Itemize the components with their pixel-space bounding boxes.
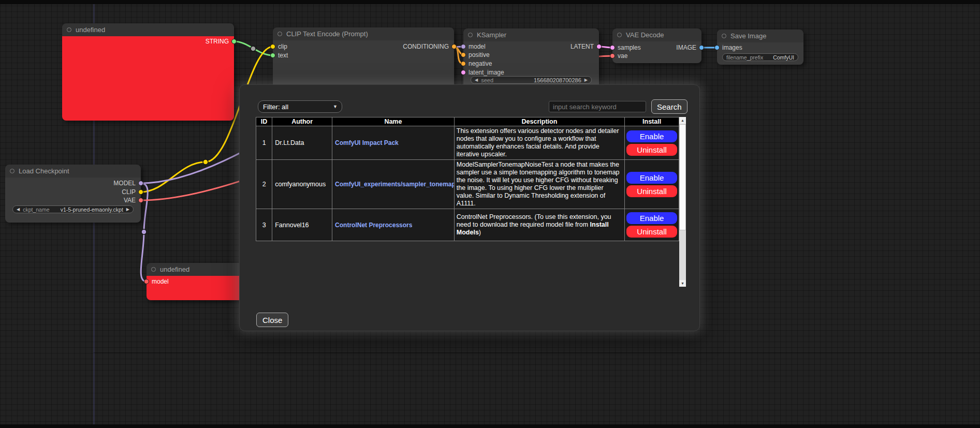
slot-dot-latent-image[interactable] (461, 70, 466, 75)
input-slot-model[interactable]: model (461, 43, 486, 50)
slot-dot-model[interactable] (461, 44, 466, 49)
slot-dot-vae[interactable] (138, 198, 143, 203)
extension-link[interactable]: ControlNet Preprocessors (335, 222, 412, 229)
slot-dot-clip[interactable] (138, 189, 143, 195)
slot-dot-model[interactable] (144, 279, 149, 284)
input-slot-negative[interactable]: negative (461, 61, 492, 67)
reroute-dot[interactable] (251, 46, 256, 51)
node-load-checkpoint[interactable]: Load Checkpoint MODEL CLIP VAE ◀ ckpt_na… (5, 165, 141, 223)
column-header-author: Author (272, 117, 332, 126)
node-save-image[interactable]: Save Image images filename_prefix ComfyU… (717, 29, 803, 65)
node-title-bar[interactable]: Load Checkpoint (5, 165, 141, 178)
extension-install: EnableUninstall (625, 209, 679, 241)
uninstall-button[interactable]: Uninstall (626, 185, 677, 197)
window-edge-top (0, 0, 980, 4)
collapse-toggle-icon[interactable] (10, 169, 14, 173)
reroute-dot-model[interactable] (141, 229, 147, 234)
input-slot-images[interactable]: images (714, 45, 742, 51)
input-slot-samples[interactable]: samples (610, 45, 641, 51)
node-title: KSampler (477, 31, 506, 39)
slot-dot-latent[interactable] (596, 44, 602, 49)
output-slot-latent[interactable]: LATENT (571, 43, 602, 50)
collapse-toggle-icon[interactable] (468, 33, 473, 37)
extension-name: ControlNet Preprocessors (332, 209, 455, 241)
filter-dropdown[interactable]: Filter: all ▼ (258, 100, 342, 113)
slot-dot-conditioning[interactable] (451, 44, 457, 49)
extensions-table: IDAuthorNameDescriptionInstall 1Dr.Lt.Da… (256, 117, 679, 241)
node-title-bar[interactable]: VAE Decode (612, 28, 701, 41)
enable-button[interactable]: Enable (626, 212, 677, 224)
extension-description: ControlNet Preprocessors. (To use this e… (454, 209, 624, 241)
scroll-up-icon[interactable]: ▲ (679, 117, 686, 124)
output-slot-clip[interactable]: CLIP (122, 189, 143, 195)
output-slot-vae[interactable]: VAE (124, 197, 143, 203)
slot-label: MODEL (113, 180, 136, 187)
node-title-bar[interactable]: KSampler (463, 28, 599, 41)
search-button[interactable]: Search (651, 99, 688, 114)
scrollbar[interactable]: ▲ ▼ (679, 117, 686, 287)
seed-widget[interactable]: ◀ seed 156680208700286 ▶ (471, 76, 592, 84)
input-slot-vae[interactable]: vae (610, 53, 627, 59)
input-slot-clip[interactable]: clip (270, 43, 287, 50)
uninstall-button[interactable]: Uninstall (626, 144, 677, 156)
input-slot-model[interactable]: model (144, 278, 169, 285)
output-slot-string[interactable]: STRING (206, 38, 237, 45)
extension-link[interactable]: ComfyUI_experiments/sampler_tonemap (335, 181, 454, 188)
slot-dot-images[interactable] (714, 45, 720, 50)
node-title: undefined (160, 265, 189, 273)
slot-label: CONDITIONING (403, 43, 449, 50)
filter-select[interactable]: Filter: all (258, 100, 342, 113)
collapse-toggle-icon[interactable] (67, 27, 71, 32)
collapse-toggle-icon[interactable] (617, 33, 622, 37)
search-input[interactable] (549, 101, 646, 112)
node-undefined-string[interactable]: undefined STRING (62, 23, 234, 121)
input-slot-text[interactable]: text (270, 52, 288, 58)
reroute-dot-clip[interactable] (203, 159, 208, 165)
collapse-toggle-icon[interactable] (722, 34, 726, 38)
output-slot-conditioning[interactable]: CONDITIONING (403, 43, 457, 50)
output-slot-image[interactable]: IMAGE (676, 45, 704, 51)
extension-name: ComfyUI Impact Pack (332, 126, 455, 160)
uninstall-button[interactable]: Uninstall (626, 226, 677, 238)
slot-label: text (278, 52, 288, 59)
collapse-toggle-icon[interactable] (277, 32, 282, 36)
node-title-bar[interactable]: CLIP Text Encode (Prompt) (273, 27, 454, 40)
collapse-toggle-icon[interactable] (151, 267, 156, 272)
scrollbar-thumb[interactable] (679, 124, 686, 230)
ckpt-name-widget[interactable]: ◀ ckpt_name v1-5-pruned-emaonly.ckpt ▶ (12, 205, 134, 213)
slot-dot-text[interactable] (270, 53, 275, 58)
node-ksampler[interactable]: KSampler model positive negative latent_… (463, 28, 599, 91)
table-header-row: IDAuthorNameDescriptionInstall (256, 117, 679, 126)
increment-icon[interactable]: ▶ (584, 76, 588, 84)
slot-dot-negative[interactable] (461, 61, 466, 66)
slot-dot-image[interactable] (699, 45, 704, 50)
increment-icon[interactable]: ▶ (126, 205, 129, 213)
slot-label: samples (618, 44, 641, 51)
widget-value: ComfyUI (773, 54, 794, 61)
decrement-icon[interactable]: ◀ (475, 76, 478, 84)
slot-dot-vae[interactable] (610, 53, 615, 58)
slot-dot-string[interactable] (231, 39, 237, 44)
widget-value: 156680208700286 (534, 77, 581, 83)
node-vae-decode[interactable]: VAE Decode samples vae IMAGE (612, 28, 701, 63)
extension-description: This extension offers various detector n… (454, 126, 624, 160)
extension-link[interactable]: ComfyUI Impact Pack (335, 139, 399, 146)
node-title-bar[interactable]: undefined (62, 23, 234, 36)
extensions-table-container[interactable]: IDAuthorNameDescriptionInstall 1Dr.Lt.Da… (256, 117, 686, 287)
output-slot-model[interactable]: MODEL (113, 180, 143, 186)
slot-dot-clip[interactable] (270, 44, 275, 49)
decrement-icon[interactable]: ◀ (17, 205, 20, 213)
enable-button[interactable]: Enable (626, 172, 677, 184)
input-slot-positive[interactable]: positive (461, 52, 490, 58)
scroll-down-icon[interactable]: ▼ (679, 280, 686, 287)
close-button[interactable]: Close (256, 313, 288, 327)
node-title-bar[interactable]: Save Image (717, 29, 803, 42)
slot-dot-samples[interactable] (610, 45, 615, 50)
slot-dot-positive[interactable] (461, 52, 466, 57)
input-slot-latent-image[interactable]: latent_image (461, 69, 504, 76)
enable-button[interactable]: Enable (626, 130, 677, 142)
widget-label: filename_prefix (726, 54, 763, 61)
filename-prefix-widget[interactable]: filename_prefix ComfyUI (722, 53, 798, 61)
slot-dot-model[interactable] (138, 181, 143, 186)
extension-id: 3 (256, 209, 272, 241)
